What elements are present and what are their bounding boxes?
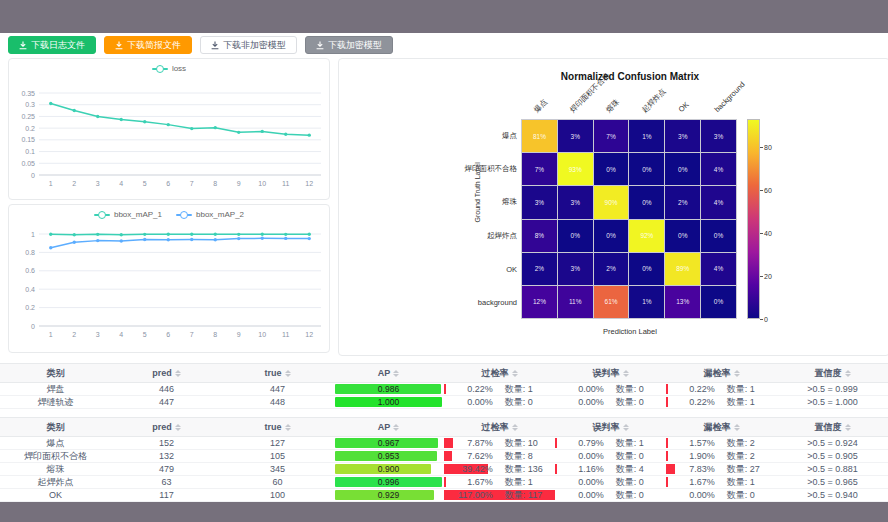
download-report-button[interactable]: 下载简报文件 bbox=[104, 36, 192, 54]
column-header-过检率[interactable]: 过检率 bbox=[444, 364, 555, 382]
colorbar-tick-label: 20 bbox=[764, 272, 772, 279]
matrix-cell: 12% bbox=[522, 286, 557, 318]
x-axis-label: Prediction Label bbox=[469, 327, 791, 336]
metrics-tables: 类别predtrueAP过检率误判率漏检率置信度焊盘4464470.9860.2… bbox=[0, 363, 888, 502]
column-header-误判率[interactable]: 误判率 bbox=[555, 364, 666, 382]
sort-caret-icon[interactable] bbox=[285, 370, 291, 377]
sort-caret-icon[interactable] bbox=[845, 424, 851, 431]
column-header-true[interactable]: true bbox=[222, 364, 333, 382]
sort-caret-icon[interactable] bbox=[512, 370, 518, 377]
sort-caret-icon[interactable] bbox=[393, 424, 399, 431]
svg-text:3: 3 bbox=[96, 180, 100, 187]
cell-pred: 63 bbox=[111, 476, 222, 488]
cell-misjudge: 0.00%数量: 0 bbox=[555, 383, 666, 395]
page-content: 下载日志文件 下载简报文件 下载非加密模型 下载加密模型 loss bbox=[0, 33, 888, 490]
sort-caret-icon[interactable] bbox=[512, 424, 518, 431]
svg-text:4: 4 bbox=[119, 180, 123, 187]
column-header-漏检率[interactable]: 漏检率 bbox=[666, 418, 777, 436]
confusion-matrix-title: Normalized Confusion Matrix bbox=[469, 71, 791, 82]
column-header-置信度[interactable]: 置信度 bbox=[777, 364, 888, 382]
sort-caret-icon[interactable] bbox=[845, 370, 851, 377]
matrix-row-label: background bbox=[397, 298, 517, 307]
table-row: 爆点1521270.9677.87%数量: 100.79%数量: 11.57%数… bbox=[0, 437, 888, 450]
table-row: 熔珠4793450.90039.42%数量: 1361.16%数量: 47.83… bbox=[0, 463, 888, 476]
svg-text:0.1: 0.1 bbox=[25, 148, 35, 155]
svg-text:0: 0 bbox=[31, 323, 35, 330]
loss-line-chart: 00.050.10.150.20.250.30.3512345678910111… bbox=[9, 79, 329, 197]
svg-text:5: 5 bbox=[143, 180, 147, 187]
matrix-row-label: 起焊炸点 bbox=[397, 231, 517, 241]
cell-over-detection: 117.00%数量: 117 bbox=[444, 489, 555, 501]
sort-caret-icon[interactable] bbox=[623, 370, 629, 377]
column-header-置信度[interactable]: 置信度 bbox=[777, 418, 888, 436]
matrix-cell: 7% bbox=[594, 120, 629, 152]
column-header-误判率[interactable]: 误判率 bbox=[555, 418, 666, 436]
svg-text:1: 1 bbox=[49, 180, 53, 187]
matrix-cell: 0% bbox=[665, 153, 700, 185]
matrix-cell: 3% bbox=[522, 186, 557, 218]
cell-miss-detection: 0.00%数量: 0 bbox=[666, 489, 777, 501]
svg-text:3: 3 bbox=[96, 331, 100, 338]
line-series-icon bbox=[152, 65, 168, 73]
cell-ap: 0.986 bbox=[333, 383, 444, 395]
column-header-pred[interactable]: pred bbox=[111, 418, 222, 436]
cell-ap: 1.000 bbox=[333, 396, 444, 408]
colorbar-tick-label: 60 bbox=[764, 186, 772, 193]
cell-class: 焊印面积不合格 bbox=[0, 450, 111, 462]
line-series-icon bbox=[176, 211, 192, 219]
column-header-漏检率[interactable]: 漏检率 bbox=[666, 364, 777, 382]
sort-caret-icon[interactable] bbox=[734, 370, 740, 377]
table-row: 焊印面积不合格1321050.9537.62%数量: 80.00%数量: 01.… bbox=[0, 450, 888, 463]
cell-ap: 0.929 bbox=[333, 489, 444, 501]
svg-text:11: 11 bbox=[282, 331, 289, 338]
cell-pred: 447 bbox=[111, 396, 222, 408]
cell-pred: 446 bbox=[111, 383, 222, 395]
column-header-AP[interactable]: AP bbox=[333, 418, 444, 436]
cell-confidence: >0.5 = 0.965 bbox=[777, 476, 888, 488]
table-row: 焊缝轨迹4474481.0000.00%数量: 00.00%数量: 00.22%… bbox=[0, 396, 888, 409]
column-header-AP[interactable]: AP bbox=[333, 364, 444, 382]
download-encrypted-model-button[interactable]: 下载加密模型 bbox=[305, 36, 393, 54]
matrix-cell: 0% bbox=[594, 153, 629, 185]
cell-ap: 0.953 bbox=[333, 450, 444, 462]
matrix-cell: 0% bbox=[629, 186, 664, 218]
download-icon bbox=[115, 41, 123, 50]
svg-text:1: 1 bbox=[49, 331, 53, 338]
sort-caret-icon[interactable] bbox=[623, 424, 629, 431]
colorbar-tick-mark bbox=[760, 190, 763, 191]
sort-caret-icon[interactable] bbox=[285, 424, 291, 431]
cell-true: 100 bbox=[222, 489, 333, 501]
download-plain-model-button[interactable]: 下载非加密模型 bbox=[200, 36, 297, 54]
sort-caret-icon[interactable] bbox=[393, 370, 399, 377]
download-icon bbox=[211, 41, 219, 50]
matrix-cell: 0% bbox=[558, 220, 593, 252]
cell-miss-detection: 0.22%数量: 1 bbox=[666, 396, 777, 408]
svg-text:12: 12 bbox=[305, 331, 313, 338]
column-header-pred[interactable]: pred bbox=[111, 364, 222, 382]
sort-caret-icon[interactable] bbox=[734, 424, 740, 431]
sort-caret-icon[interactable] bbox=[175, 370, 181, 377]
column-header-true[interactable]: true bbox=[222, 418, 333, 436]
cell-misjudge: 0.00%数量: 0 bbox=[555, 450, 666, 462]
column-header-过检率[interactable]: 过检率 bbox=[444, 418, 555, 436]
matrix-cell: 3% bbox=[665, 120, 700, 152]
cell-misjudge: 1.16%数量: 4 bbox=[555, 463, 666, 475]
svg-text:9: 9 bbox=[237, 180, 241, 187]
download-log-button[interactable]: 下载日志文件 bbox=[8, 36, 96, 54]
cell-class: 熔珠 bbox=[0, 463, 111, 475]
sort-caret-icon[interactable] bbox=[175, 424, 181, 431]
cell-class: 焊盘 bbox=[0, 383, 111, 395]
matrix-cell: 11% bbox=[558, 286, 593, 318]
cell-ap: 0.967 bbox=[333, 437, 444, 449]
svg-text:1: 1 bbox=[31, 231, 35, 238]
legend-label: loss bbox=[172, 64, 186, 73]
colorbar bbox=[747, 119, 760, 319]
cell-miss-detection: 1.67%数量: 1 bbox=[666, 476, 777, 488]
svg-text:0.2: 0.2 bbox=[25, 125, 35, 132]
colorbar-tick-label: 0 bbox=[764, 316, 768, 323]
legend-item-loss[interactable]: loss bbox=[152, 64, 186, 73]
weld-table: 类别predtrueAP过检率误判率漏检率置信度焊盘4464470.9860.2… bbox=[0, 363, 888, 409]
legend-label: bbox_mAP_1 bbox=[114, 210, 162, 219]
legend-item-bbox-map-2[interactable]: bbox_mAP_2 bbox=[176, 210, 244, 219]
legend-item-bbox-map-1[interactable]: bbox_mAP_1 bbox=[94, 210, 162, 219]
